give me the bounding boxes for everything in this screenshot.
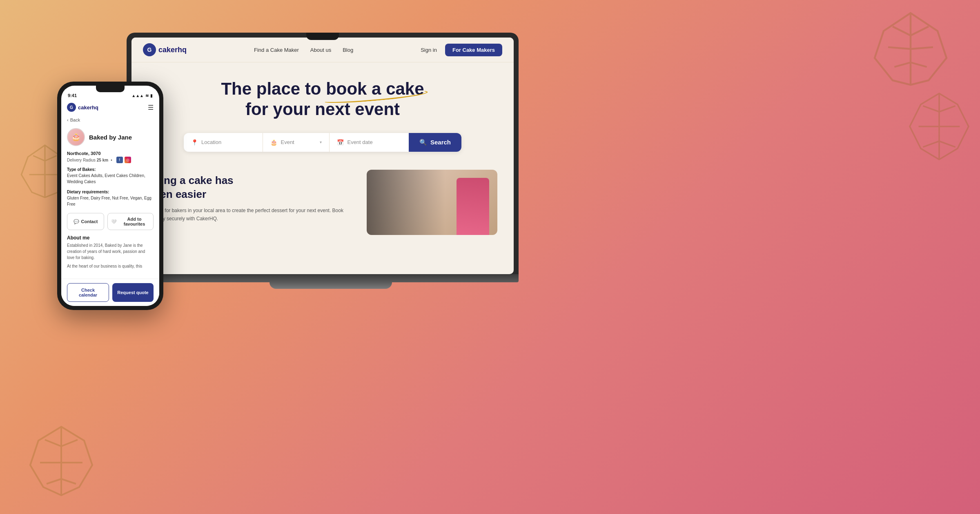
hero-highlight: book a cake bbox=[326, 79, 424, 99]
svg-line-13 bbox=[923, 141, 939, 147]
phone-details: Northcote, 3070 Delivery Radius 25 km • … bbox=[61, 149, 159, 165]
svg-line-2 bbox=[911, 47, 933, 49]
image-person bbox=[457, 178, 489, 235]
phone-profile: 🎂 Baked by Jane bbox=[61, 125, 159, 149]
social-icons: f ◎ bbox=[116, 157, 131, 163]
bake-types-label: Type of Bakes: bbox=[67, 167, 154, 172]
laptop-logo-text: cakerhq bbox=[158, 46, 187, 54]
request-quote-button[interactable]: Request quote bbox=[112, 283, 154, 302]
svg-line-3 bbox=[911, 62, 927, 67]
laptop-nav-links: Find a Cake Maker About us Blog bbox=[254, 47, 353, 53]
wifi-icon: ≋ bbox=[145, 93, 149, 98]
laptop-stand bbox=[270, 282, 392, 289]
separator: • bbox=[111, 158, 112, 162]
date-placeholder[interactable]: Event date bbox=[347, 139, 372, 145]
event-placeholder[interactable]: Event bbox=[281, 139, 294, 145]
dietary-section: Dietary requirements: Gluten Free, Dairy… bbox=[61, 187, 159, 210]
event-field: 🎂 Event ▾ bbox=[263, 133, 330, 152]
dietary-label: Dietary requirements: bbox=[67, 190, 154, 194]
bake-types-value: Event Cakes Adults, Event Cakes Children… bbox=[67, 173, 154, 185]
laptop-screen: G cakerhq Find a Cake Maker About us Blo… bbox=[131, 38, 514, 274]
svg-line-8 bbox=[939, 106, 956, 112]
laptop-hero: The place to book a cake for your next e… bbox=[131, 62, 514, 162]
event-icon: 🎂 bbox=[270, 139, 277, 146]
avatar: 🎂 bbox=[67, 128, 85, 146]
location-placeholder[interactable]: Location bbox=[201, 139, 221, 145]
for-cake-makers-button[interactable]: For Cake Makers bbox=[445, 44, 502, 56]
bake-types-section: Type of Bakes: Event Cakes Adults, Event… bbox=[61, 165, 159, 187]
svg-line-5 bbox=[888, 47, 911, 49]
sign-in-button[interactable]: Sign in bbox=[421, 47, 437, 53]
nav-about-us[interactable]: About us bbox=[310, 47, 331, 53]
phone-app-header: G cakerhq ☰ bbox=[61, 100, 159, 115]
phone-logo-icon: G bbox=[67, 103, 76, 112]
back-label: Back bbox=[70, 117, 80, 122]
laptop-screen-outer: G cakerhq Find a Cake Maker About us Blo… bbox=[127, 33, 519, 274]
svg-line-22 bbox=[45, 156, 57, 161]
svg-line-10 bbox=[939, 141, 956, 147]
search-label: Search bbox=[430, 139, 451, 146]
svg-line-15 bbox=[61, 440, 78, 446]
location-text: Northcote, 3070 bbox=[67, 151, 154, 156]
contact-button[interactable]: 💬 Contact bbox=[67, 213, 104, 230]
svg-line-20 bbox=[47, 479, 61, 484]
svg-line-17 bbox=[61, 479, 76, 484]
about-text-1: Established in 2014, Baked by Jane is th… bbox=[67, 242, 154, 261]
phone-logo: G cakerhq bbox=[67, 103, 98, 112]
second-section-image bbox=[367, 170, 497, 235]
hero-title-line2: for your next event bbox=[152, 99, 493, 120]
hamburger-icon[interactable]: ☰ bbox=[148, 104, 154, 111]
about-title: About me bbox=[67, 235, 154, 241]
nav-find-cake-maker[interactable]: Find a Cake Maker bbox=[254, 47, 299, 53]
hero-title-line1: The place to book a cake bbox=[152, 79, 493, 99]
phone-back-nav[interactable]: ‹ Back bbox=[61, 115, 159, 125]
laptop-logo: G cakerhq bbox=[143, 43, 187, 56]
laptop-nav-right: Sign in For Cake Makers bbox=[421, 44, 502, 56]
about-text-2: At the heart of our business is quality,… bbox=[67, 263, 154, 269]
svg-line-11 bbox=[923, 106, 939, 112]
delivery-info: Delivery Radius 25 km • f ◎ bbox=[67, 157, 154, 163]
laptop-logo-icon: G bbox=[143, 43, 156, 56]
nav-blog[interactable]: Blog bbox=[343, 47, 353, 53]
calendar-icon: 📅 bbox=[337, 139, 344, 146]
avatar-emoji: 🎂 bbox=[71, 133, 80, 142]
phone-action-buttons: 💬 Contact 🤍 Add to favourites bbox=[61, 210, 159, 233]
hero-title: The place to book a cake for your next e… bbox=[152, 79, 493, 120]
laptop-navbar: G cakerhq Find a Cake Maker About us Blo… bbox=[131, 38, 514, 62]
svg-line-1 bbox=[911, 27, 929, 35]
phone-logo-text: cakerhq bbox=[78, 104, 98, 111]
phone-bottom-buttons: Check calendar Request quote bbox=[61, 279, 159, 306]
add-to-favourites-button[interactable]: 🤍 Add to favourites bbox=[107, 213, 154, 230]
phone-screen: 9:41 ▲▲▲ ≋ ▮ G cakerhq ☰ ‹ Back 🎂 Bak bbox=[61, 86, 159, 306]
contact-label: Contact bbox=[81, 219, 98, 224]
profile-name: Baked by Jane bbox=[89, 134, 132, 141]
heart-icon: 🤍 bbox=[111, 219, 117, 224]
facebook-icon[interactable]: f bbox=[116, 157, 123, 163]
laptop-second-section: ...ring a cake has been easier Search fo… bbox=[131, 162, 514, 243]
svg-line-24 bbox=[33, 156, 45, 161]
laptop-notch bbox=[306, 33, 339, 40]
phone-time: 9:41 bbox=[68, 93, 77, 98]
svg-line-4 bbox=[893, 27, 911, 35]
about-section: About me Established in 2014, Baked by J… bbox=[61, 233, 159, 271]
second-section-text: ...ring a cake has been easier Search fo… bbox=[148, 170, 350, 235]
favourites-label: Add to favourites bbox=[119, 217, 150, 226]
second-description: Search for bakers in your local area to … bbox=[148, 207, 350, 222]
signal-icon: ▲▲▲ bbox=[131, 93, 144, 98]
check-calendar-button[interactable]: Check calendar bbox=[67, 283, 109, 302]
svg-line-6 bbox=[894, 62, 911, 67]
delivery-label: Delivery Radius 25 km bbox=[67, 158, 108, 162]
laptop-device: G cakerhq Find a Cake Maker About us Blo… bbox=[127, 33, 535, 318]
instagram-icon[interactable]: ◎ bbox=[125, 157, 131, 163]
search-bar: 📍 Location 🎂 Event ▾ 📅 Event date 🔍 bbox=[184, 133, 461, 152]
dietary-value: Gluten Free, Dairy Free, Nut Free, Vegan… bbox=[67, 195, 154, 207]
search-button[interactable]: 🔍 Search bbox=[409, 133, 461, 152]
chevron-down-icon: ▾ bbox=[320, 140, 322, 144]
phone-device: 9:41 ▲▲▲ ≋ ▮ G cakerhq ☰ ‹ Back 🎂 Bak bbox=[57, 82, 163, 310]
second-title: ...ring a cake has been easier bbox=[148, 174, 350, 202]
search-icon: 🔍 bbox=[419, 139, 427, 146]
back-chevron-icon: ‹ bbox=[67, 117, 69, 122]
location-icon: 📍 bbox=[191, 139, 198, 146]
svg-line-18 bbox=[45, 440, 61, 446]
status-icons: ▲▲▲ ≋ ▮ bbox=[131, 93, 153, 98]
